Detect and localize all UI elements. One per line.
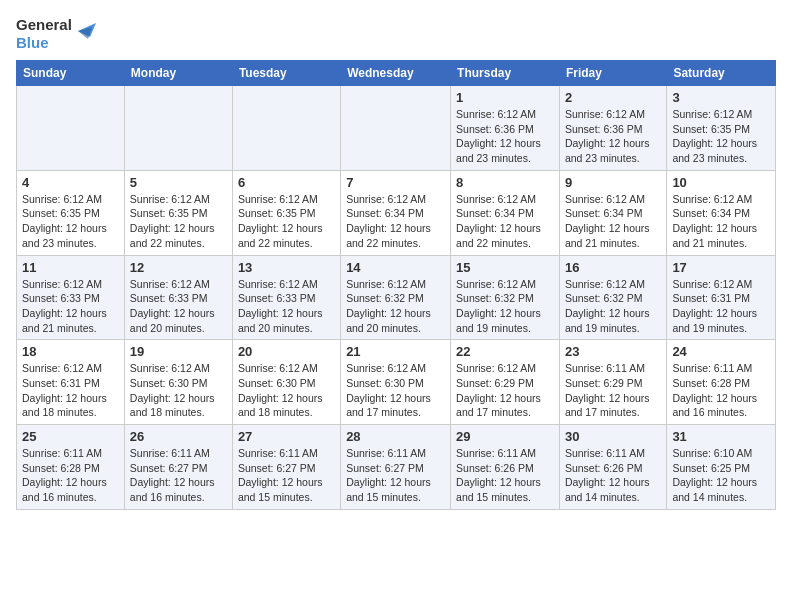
day-number: 23	[565, 344, 661, 359]
day-number: 4	[22, 175, 119, 190]
calendar-cell	[124, 86, 232, 171]
calendar-cell: 4Sunrise: 6:12 AM Sunset: 6:35 PM Daylig…	[17, 170, 125, 255]
calendar-cell: 22Sunrise: 6:12 AM Sunset: 6:29 PM Dayli…	[451, 340, 560, 425]
day-detail: Sunrise: 6:12 AM Sunset: 6:30 PM Dayligh…	[238, 361, 335, 420]
day-detail: Sunrise: 6:12 AM Sunset: 6:29 PM Dayligh…	[456, 361, 554, 420]
calendar-cell	[232, 86, 340, 171]
weekday-header-sunday: Sunday	[17, 61, 125, 86]
calendar-cell: 5Sunrise: 6:12 AM Sunset: 6:35 PM Daylig…	[124, 170, 232, 255]
calendar-cell: 21Sunrise: 6:12 AM Sunset: 6:30 PM Dayli…	[341, 340, 451, 425]
weekday-header-saturday: Saturday	[667, 61, 776, 86]
calendar-cell: 11Sunrise: 6:12 AM Sunset: 6:33 PM Dayli…	[17, 255, 125, 340]
calendar-cell	[17, 86, 125, 171]
day-number: 26	[130, 429, 227, 444]
day-detail: Sunrise: 6:12 AM Sunset: 6:36 PM Dayligh…	[565, 107, 661, 166]
calendar-cell: 6Sunrise: 6:12 AM Sunset: 6:35 PM Daylig…	[232, 170, 340, 255]
day-number: 8	[456, 175, 554, 190]
day-number: 12	[130, 260, 227, 275]
day-number: 1	[456, 90, 554, 105]
day-number: 27	[238, 429, 335, 444]
day-detail: Sunrise: 6:12 AM Sunset: 6:33 PM Dayligh…	[238, 277, 335, 336]
calendar-cell: 17Sunrise: 6:12 AM Sunset: 6:31 PM Dayli…	[667, 255, 776, 340]
calendar-cell: 26Sunrise: 6:11 AM Sunset: 6:27 PM Dayli…	[124, 425, 232, 510]
calendar-cell: 1Sunrise: 6:12 AM Sunset: 6:36 PM Daylig…	[451, 86, 560, 171]
day-detail: Sunrise: 6:12 AM Sunset: 6:30 PM Dayligh…	[346, 361, 445, 420]
day-detail: Sunrise: 6:11 AM Sunset: 6:28 PM Dayligh…	[22, 446, 119, 505]
calendar-cell: 16Sunrise: 6:12 AM Sunset: 6:32 PM Dayli…	[559, 255, 666, 340]
day-number: 18	[22, 344, 119, 359]
calendar-cell: 14Sunrise: 6:12 AM Sunset: 6:32 PM Dayli…	[341, 255, 451, 340]
day-detail: Sunrise: 6:12 AM Sunset: 6:35 PM Dayligh…	[22, 192, 119, 251]
day-detail: Sunrise: 6:12 AM Sunset: 6:33 PM Dayligh…	[130, 277, 227, 336]
day-number: 29	[456, 429, 554, 444]
day-detail: Sunrise: 6:12 AM Sunset: 6:32 PM Dayligh…	[346, 277, 445, 336]
day-number: 25	[22, 429, 119, 444]
day-detail: Sunrise: 6:10 AM Sunset: 6:25 PM Dayligh…	[672, 446, 770, 505]
day-number: 2	[565, 90, 661, 105]
day-detail: Sunrise: 6:11 AM Sunset: 6:28 PM Dayligh…	[672, 361, 770, 420]
day-number: 22	[456, 344, 554, 359]
calendar-cell: 2Sunrise: 6:12 AM Sunset: 6:36 PM Daylig…	[559, 86, 666, 171]
logo-container: General Blue	[16, 16, 96, 52]
day-number: 17	[672, 260, 770, 275]
day-number: 10	[672, 175, 770, 190]
calendar-cell: 27Sunrise: 6:11 AM Sunset: 6:27 PM Dayli…	[232, 425, 340, 510]
logo: General Blue	[16, 16, 96, 52]
day-number: 21	[346, 344, 445, 359]
calendar-cell: 30Sunrise: 6:11 AM Sunset: 6:26 PM Dayli…	[559, 425, 666, 510]
weekday-header-thursday: Thursday	[451, 61, 560, 86]
day-detail: Sunrise: 6:11 AM Sunset: 6:27 PM Dayligh…	[346, 446, 445, 505]
day-detail: Sunrise: 6:11 AM Sunset: 6:27 PM Dayligh…	[238, 446, 335, 505]
day-detail: Sunrise: 6:11 AM Sunset: 6:26 PM Dayligh…	[456, 446, 554, 505]
day-detail: Sunrise: 6:12 AM Sunset: 6:36 PM Dayligh…	[456, 107, 554, 166]
calendar-cell: 19Sunrise: 6:12 AM Sunset: 6:30 PM Dayli…	[124, 340, 232, 425]
day-detail: Sunrise: 6:12 AM Sunset: 6:33 PM Dayligh…	[22, 277, 119, 336]
day-number: 30	[565, 429, 661, 444]
day-number: 9	[565, 175, 661, 190]
calendar-cell: 15Sunrise: 6:12 AM Sunset: 6:32 PM Dayli…	[451, 255, 560, 340]
day-number: 15	[456, 260, 554, 275]
calendar-cell: 3Sunrise: 6:12 AM Sunset: 6:35 PM Daylig…	[667, 86, 776, 171]
calendar-cell: 10Sunrise: 6:12 AM Sunset: 6:34 PM Dayli…	[667, 170, 776, 255]
calendar-cell: 20Sunrise: 6:12 AM Sunset: 6:30 PM Dayli…	[232, 340, 340, 425]
day-number: 13	[238, 260, 335, 275]
day-detail: Sunrise: 6:11 AM Sunset: 6:26 PM Dayligh…	[565, 446, 661, 505]
calendar-cell: 7Sunrise: 6:12 AM Sunset: 6:34 PM Daylig…	[341, 170, 451, 255]
logo-text: General Blue	[16, 16, 72, 52]
weekday-header-wednesday: Wednesday	[341, 61, 451, 86]
calendar-cell: 25Sunrise: 6:11 AM Sunset: 6:28 PM Dayli…	[17, 425, 125, 510]
day-detail: Sunrise: 6:12 AM Sunset: 6:30 PM Dayligh…	[130, 361, 227, 420]
day-detail: Sunrise: 6:12 AM Sunset: 6:31 PM Dayligh…	[672, 277, 770, 336]
calendar-cell: 29Sunrise: 6:11 AM Sunset: 6:26 PM Dayli…	[451, 425, 560, 510]
day-number: 31	[672, 429, 770, 444]
day-detail: Sunrise: 6:12 AM Sunset: 6:35 PM Dayligh…	[238, 192, 335, 251]
day-number: 19	[130, 344, 227, 359]
calendar-cell: 24Sunrise: 6:11 AM Sunset: 6:28 PM Dayli…	[667, 340, 776, 425]
day-detail: Sunrise: 6:11 AM Sunset: 6:27 PM Dayligh…	[130, 446, 227, 505]
calendar-cell: 28Sunrise: 6:11 AM Sunset: 6:27 PM Dayli…	[341, 425, 451, 510]
weekday-header-tuesday: Tuesday	[232, 61, 340, 86]
calendar-cell: 23Sunrise: 6:11 AM Sunset: 6:29 PM Dayli…	[559, 340, 666, 425]
day-number: 6	[238, 175, 335, 190]
day-number: 7	[346, 175, 445, 190]
day-number: 28	[346, 429, 445, 444]
weekday-header-monday: Monday	[124, 61, 232, 86]
day-number: 11	[22, 260, 119, 275]
day-detail: Sunrise: 6:12 AM Sunset: 6:35 PM Dayligh…	[130, 192, 227, 251]
day-number: 5	[130, 175, 227, 190]
calendar-cell	[341, 86, 451, 171]
day-number: 14	[346, 260, 445, 275]
day-number: 16	[565, 260, 661, 275]
day-detail: Sunrise: 6:12 AM Sunset: 6:34 PM Dayligh…	[346, 192, 445, 251]
calendar-cell: 9Sunrise: 6:12 AM Sunset: 6:34 PM Daylig…	[559, 170, 666, 255]
day-detail: Sunrise: 6:12 AM Sunset: 6:32 PM Dayligh…	[565, 277, 661, 336]
day-number: 24	[672, 344, 770, 359]
day-detail: Sunrise: 6:12 AM Sunset: 6:34 PM Dayligh…	[456, 192, 554, 251]
calendar-cell: 31Sunrise: 6:10 AM Sunset: 6:25 PM Dayli…	[667, 425, 776, 510]
calendar-cell: 18Sunrise: 6:12 AM Sunset: 6:31 PM Dayli…	[17, 340, 125, 425]
logo-bird-icon	[74, 17, 96, 45]
calendar-table: SundayMondayTuesdayWednesdayThursdayFrid…	[16, 60, 776, 510]
day-detail: Sunrise: 6:12 AM Sunset: 6:32 PM Dayligh…	[456, 277, 554, 336]
day-number: 3	[672, 90, 770, 105]
day-detail: Sunrise: 6:12 AM Sunset: 6:34 PM Dayligh…	[672, 192, 770, 251]
